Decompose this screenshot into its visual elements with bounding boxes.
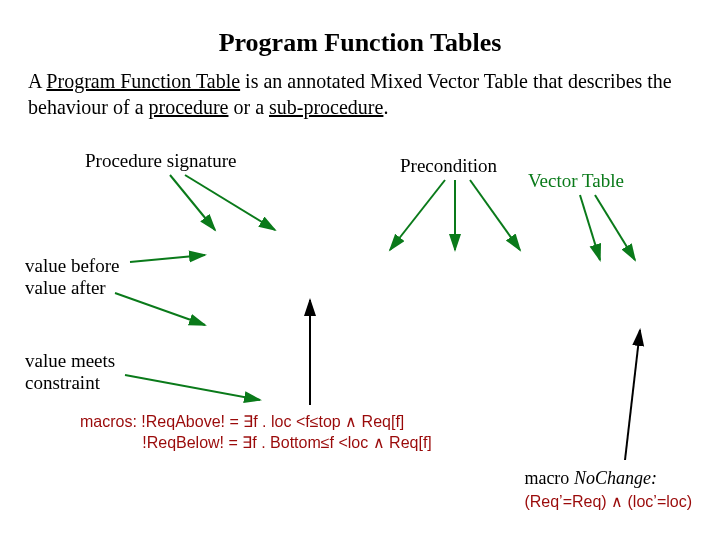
label-precondition: Precondition <box>400 155 497 177</box>
label-procedure-signature: Procedure signature <box>85 150 236 172</box>
svg-line-7 <box>130 255 205 262</box>
nochange-equation: (Req’=Req) ∧ (loc’=loc) <box>524 493 692 510</box>
svg-line-11 <box>625 330 640 460</box>
intro-text: or a <box>228 96 269 118</box>
nochange-name: NoChange: <box>574 468 657 488</box>
macros-block: macros: !ReqAbove! = ∃f . loc <f≤top ∧ R… <box>80 412 432 454</box>
svg-line-1 <box>185 175 275 230</box>
svg-line-8 <box>115 293 205 325</box>
svg-line-2 <box>390 180 445 250</box>
macros-prefix: macros: <box>80 413 137 430</box>
label-value-after: value after <box>25 277 106 299</box>
macro-line-1: !ReqAbove! = ∃f . loc <f≤top ∧ Req[f] <box>141 413 404 430</box>
label-vector-table: Vector Table <box>528 170 624 192</box>
term-subprocedure: sub-procedure <box>269 96 383 118</box>
term-pft: Program Function Table <box>46 70 240 92</box>
svg-line-0 <box>170 175 215 230</box>
term-procedure: procedure <box>149 96 229 118</box>
macro-line-2: !ReqBelow! = ∃f . Bottom≤f <loc ∧ Req[f] <box>142 434 432 451</box>
svg-line-6 <box>595 195 635 260</box>
page-title: Program Function Tables <box>0 28 720 58</box>
intro-text: A <box>28 70 46 92</box>
label-value-before: value before <box>25 255 119 277</box>
svg-line-9 <box>125 375 260 400</box>
label-value-meets-constraint: value meets constraint <box>25 350 115 394</box>
svg-line-5 <box>580 195 600 260</box>
nochange-label: macro <box>524 468 569 488</box>
nochange-block: macro NoChange: (Req’=Req) ∧ (loc’=loc) <box>524 467 692 512</box>
intro-text: . <box>383 96 388 118</box>
intro-paragraph: A Program Function Table is an annotated… <box>28 68 692 120</box>
svg-line-4 <box>470 180 520 250</box>
